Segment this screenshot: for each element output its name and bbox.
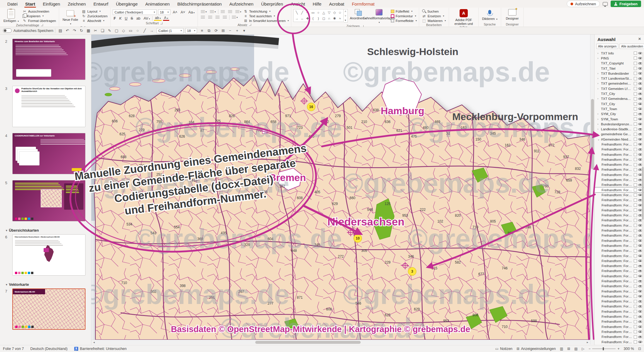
strikethrough-button[interactable]: S	[130, 16, 134, 20]
eye-icon[interactable]	[638, 66, 642, 70]
scroll-right-icon[interactable]: ▸	[585, 341, 590, 344]
repeat-icon[interactable]: ↻	[78, 28, 85, 34]
slide-thumbnail-4[interactable]: CODIERUNGSTABELLEN zur Vektorkarte	[12, 133, 85, 174]
selection-item[interactable]: TXT_City	[595, 91, 644, 96]
group-icon[interactable]: ⧉	[206, 28, 212, 34]
selection-item[interactable]: Freihandform: Form 2...	[595, 284, 644, 289]
change-case-button[interactable]: Aa▾	[188, 10, 196, 14]
chevron-right-icon[interactable]: ›	[597, 77, 600, 80]
section-button[interactable]: ≡Abschnitt▾	[81, 18, 108, 23]
decrease-indent-button[interactable]	[220, 10, 226, 14]
eye-icon[interactable]	[638, 223, 642, 227]
slide-thumbnail-panel[interactable]: 2Hinweise zum Bearbeiten der Vektorkarte…	[0, 35, 91, 345]
ribbon-tab-datei[interactable]: Datei	[4, 0, 21, 8]
bold-button[interactable]: F	[113, 16, 117, 20]
eye-icon[interactable]	[638, 97, 642, 101]
canvas-vertical-scrollbar[interactable]	[590, 35, 594, 344]
eye-icon[interactable]	[638, 158, 642, 161]
eye-icon[interactable]	[638, 193, 642, 197]
language-indicator[interactable]: Deutsch (Deutschland)	[30, 347, 68, 351]
selection-item[interactable]: Freihandform: Form 2...	[595, 339, 644, 344]
selection-item[interactable]: Freihandform: Form 2...	[595, 218, 644, 223]
rect-icon[interactable]: ▭	[127, 28, 134, 34]
eye-icon[interactable]	[638, 335, 642, 339]
quick-styles-button[interactable]: Schnellformatvorlagen ▾	[369, 8, 389, 24]
eye-icon[interactable]	[638, 56, 642, 60]
align-text-button[interactable]: ≡Text ausrichten▾	[244, 14, 289, 18]
qat-font-name-select[interactable]: Calibri (1▾	[157, 28, 184, 33]
selection-item[interactable]: TXT_Town	[595, 106, 644, 111]
eye-icon[interactable]	[638, 289, 642, 293]
shape-icon[interactable]: ∩	[328, 17, 330, 20]
eye-icon[interactable]	[638, 239, 642, 242]
eye-icon[interactable]	[638, 300, 642, 303]
eye-icon[interactable]	[638, 310, 642, 313]
qat-font-size-select[interactable]: 18▾	[185, 28, 197, 33]
copy-button[interactable]: Kopieren▾	[22, 14, 57, 18]
eye-icon[interactable]	[638, 188, 642, 192]
eye-icon[interactable]	[638, 178, 642, 182]
selection-item[interactable]: Freihandform: Form 2...	[595, 253, 644, 258]
hide-all-button[interactable]: Alle ausblenden	[619, 44, 644, 49]
chevron-right-icon[interactable]: ›	[597, 82, 600, 85]
eye-icon[interactable]	[638, 203, 642, 207]
chevron-right-icon[interactable]: ›	[597, 97, 600, 100]
selection-item[interactable]: Freihandform: Form 2...	[595, 147, 644, 152]
selection-pane-scrollbar[interactable]	[642, 52, 644, 339]
align-left-button[interactable]	[200, 15, 206, 20]
selection-item[interactable]: ›TXT Gemeindenamen	[595, 96, 644, 101]
eye-icon[interactable]	[638, 71, 642, 75]
selection-item[interactable]: Freihandform: Form 2...	[595, 177, 644, 182]
eye-icon[interactable]	[638, 218, 642, 222]
ribbon-tab-überprüfen[interactable]: Überprüfen	[257, 0, 287, 8]
eye-icon[interactable]	[638, 305, 642, 308]
selection-item[interactable]: Freihandform: Form 2...	[595, 258, 644, 263]
grid-icon[interactable]: ⊞	[220, 28, 226, 34]
close-icon[interactable]: ✕	[638, 37, 641, 42]
selection-item[interactable]: ›Landkreise-Stadtkreise	[595, 127, 644, 131]
shape-icon[interactable]: ↔	[300, 17, 304, 20]
new-slide-button[interactable]: Neue Folie ▾	[61, 8, 79, 26]
eye-icon[interactable]	[638, 61, 642, 65]
line-icon[interactable]: ╱	[141, 28, 148, 34]
eye-icon[interactable]	[638, 213, 642, 217]
italic-button[interactable]: K	[118, 16, 122, 20]
eye-icon[interactable]	[638, 269, 642, 273]
slide-sorter-icon[interactable]: ⊞	[567, 347, 570, 351]
selection-item[interactable]: Freihandform: Form 2...	[595, 299, 644, 304]
chevron-right-icon[interactable]: ›	[597, 72, 600, 75]
smartart-button[interactable]: ⊞In SmartArt konvertieren▾	[244, 18, 289, 23]
arrow-icon[interactable]: →	[148, 28, 155, 34]
ribbon-tab-aufzeichnen[interactable]: Aufzeichnen	[225, 0, 257, 8]
dialog-launcher-icon[interactable]	[249, 24, 251, 26]
ribbon-tab-bildschirmpräsentation[interactable]: Bildschirmpräsentation	[174, 0, 226, 8]
shape-icon[interactable]: ╲	[296, 11, 298, 15]
notes-button[interactable]: ▭Notizen	[495, 347, 513, 351]
scroll-left-icon[interactable]: ◂	[91, 341, 97, 344]
eye-icon[interactable]	[638, 284, 642, 288]
shape-icon[interactable]: ▭	[311, 11, 315, 15]
shape-icon[interactable]: ≈	[339, 17, 341, 20]
ribbon-tab-animationen[interactable]: Animationen	[141, 0, 173, 8]
comments-icon[interactable]	[603, 2, 608, 6]
format-painter-button[interactable]: ✎Format übertragen	[22, 18, 57, 23]
eye-icon[interactable]	[638, 264, 642, 268]
shape-icon[interactable]: ☆	[338, 11, 341, 15]
eye-icon[interactable]	[638, 77, 642, 81]
shape-icon[interactable]: ╱	[301, 11, 303, 15]
ribbon-tab-hilfe[interactable]: Hilfe	[309, 0, 325, 8]
selection-item[interactable]: Freihandform: Form 2...	[595, 289, 644, 294]
undo-icon[interactable]: ↶	[64, 28, 71, 34]
show-all-button[interactable]: Alle anzeigen	[596, 44, 618, 49]
eye-icon[interactable]	[638, 51, 642, 55]
selection-item[interactable]: ›SYM_Town	[595, 117, 644, 122]
eye-icon[interactable]	[638, 229, 642, 233]
align-icon[interactable]: ≡	[199, 28, 205, 34]
eye-icon[interactable]	[638, 163, 642, 167]
selection-item[interactable]: ⌄#Gemeinden Niedersach...	[595, 137, 644, 142]
chevron-right-icon[interactable]: ›	[597, 57, 600, 60]
shapes-gallery-scroll[interactable]: ˄˅▾	[344, 9, 348, 23]
numbering-button[interactable]: ▾	[209, 10, 217, 14]
selection-item[interactable]: ›gemeindefreie Gebiete ...	[595, 132, 644, 137]
selection-item[interactable]: Freihandform: Form 2...	[595, 263, 644, 268]
